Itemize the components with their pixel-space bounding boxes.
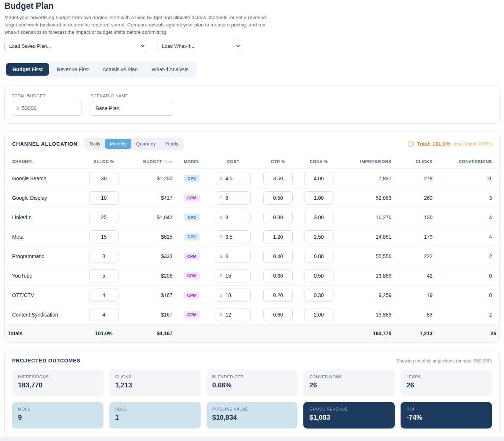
conv-input[interactable] <box>304 289 333 302</box>
cost-input[interactable] <box>225 234 246 240</box>
conv-input[interactable] <box>304 250 333 263</box>
conv-input[interactable] <box>304 172 333 185</box>
ctr-input[interactable] <box>263 230 293 243</box>
metric-label: PIPELINE VALUE <box>212 407 292 411</box>
conversions-value: 3 <box>435 188 499 208</box>
period-monthly[interactable]: Monthly <box>105 139 131 149</box>
alloc-input[interactable] <box>89 191 118 205</box>
metric-value: 9 <box>18 413 98 422</box>
conv-input[interactable] <box>304 269 333 282</box>
conv-input[interactable] <box>304 308 333 321</box>
totals-alloc: 101.0% <box>84 325 124 342</box>
alloc-input[interactable] <box>89 211 118 224</box>
load-what-if-select[interactable]: Load What-If... <box>157 40 241 52</box>
scenario-name-field: SCENARIO NAME <box>91 94 173 116</box>
metric-card-roi: ROI -74% <box>401 402 492 429</box>
clicks-value: 179 <box>394 227 435 247</box>
scenario-name-label: SCENARIO NAME <box>91 94 173 98</box>
channel-name: LinkedIn <box>5 208 84 227</box>
allocation-table-header-row: CHANNEL ALLOC % BUDGET / mo MODEL COST C… <box>5 155 499 169</box>
cost-input[interactable] <box>225 214 246 220</box>
metric-card-sqls: SQLS 1 <box>109 402 201 429</box>
conv-input[interactable] <box>304 230 333 243</box>
alloc-input[interactable] <box>89 308 118 321</box>
table-row: OTT/CTV $167 CPM $ 9,259 19 0 <box>5 286 499 305</box>
ctr-input[interactable] <box>263 172 293 185</box>
dollar-prefix: $ <box>220 215 222 220</box>
cost-input-wrap: $ <box>216 250 251 263</box>
channel-name: Google Search <box>5 169 84 188</box>
conversions-value: 0 <box>435 286 499 305</box>
metric-card-impressions: IMPRESSIONS 183,770 <box>12 370 103 396</box>
col-conv: CONV % <box>298 155 339 169</box>
cost-input[interactable] <box>225 292 246 298</box>
metric-label: BLENDED CTR <box>212 375 292 379</box>
model-badge: CPM <box>184 253 200 260</box>
table-row: Programmatic $333 CPM $ 55,556 222 2 <box>5 247 499 266</box>
metric-label: CLICKS <box>115 375 195 379</box>
budget-value: $333 <box>124 247 175 266</box>
total-budget-input-wrap: $ <box>12 101 81 116</box>
metric-label: GROSS REVENUE <box>309 407 389 411</box>
col-conversions: CONVERSIONS <box>435 155 499 169</box>
ctr-input[interactable] <box>263 289 293 302</box>
dollar-prefix: $ <box>220 196 222 200</box>
impressions-value: 16,276 <box>339 208 394 227</box>
metric-label: ROI <box>406 407 486 411</box>
clicks-value: 260 <box>394 188 435 208</box>
ctr-input[interactable] <box>263 191 293 205</box>
alloc-input[interactable] <box>89 172 118 185</box>
tab-budget-first[interactable]: Budget First <box>6 63 49 76</box>
channel-name: YouTube <box>5 266 84 286</box>
clicks-value: 42 <box>394 266 435 286</box>
ctr-input[interactable] <box>263 250 293 263</box>
col-cost: COST <box>208 155 258 169</box>
alloc-input[interactable] <box>89 250 118 263</box>
impressions-value: 9,259 <box>339 286 394 305</box>
metric-card-clicks: CLICKS 1,213 <box>109 370 201 396</box>
alloc-input[interactable] <box>89 289 118 302</box>
load-saved-plan-select[interactable]: Load Saved Plan... <box>4 40 146 52</box>
metric-card-gross-revenue: GROSS REVENUE $1,083 <box>303 402 395 429</box>
conv-input[interactable] <box>304 211 333 224</box>
cost-input[interactable] <box>225 195 246 201</box>
model-badge: CPC <box>184 175 200 182</box>
tab-actuals-vs-plan[interactable]: Actuals vs Plan <box>96 63 145 76</box>
col-alloc: ALLOC % <box>84 155 124 169</box>
table-row: Google Search $1,250 CPC $ 7,937 278 11 <box>5 169 499 188</box>
ctr-input[interactable] <box>263 308 293 321</box>
cost-input-wrap: $ <box>216 172 251 185</box>
clicks-value: 278 <box>394 169 435 188</box>
metric-value: 26 <box>309 381 389 389</box>
cost-input-wrap: $ <box>216 230 251 243</box>
total-budget-label: TOTAL BUDGET <box>12 94 81 98</box>
projection-note: Showing monthly projections (annual: $50… <box>396 358 492 364</box>
alloc-input[interactable] <box>89 269 118 282</box>
impressions-value: 52,083 <box>339 188 394 208</box>
cost-input[interactable] <box>225 273 246 279</box>
cost-input[interactable] <box>225 253 246 259</box>
col-budget: BUDGET / mo <box>124 155 175 169</box>
clicks-value: 83 <box>394 305 435 325</box>
tab-what-if-analysis[interactable]: What-If Analysis <box>145 63 195 76</box>
cost-input-wrap: $ <box>216 269 251 282</box>
conv-input[interactable] <box>304 191 333 205</box>
cost-input-wrap: $ <box>216 211 251 224</box>
scenario-name-input[interactable] <box>95 105 168 111</box>
tab-revenue-first[interactable]: Revenue First <box>50 63 95 76</box>
metric-card-pipeline-value: PIPELINE VALUE $10,834 <box>207 402 298 429</box>
cost-input[interactable] <box>225 176 246 181</box>
period-daily[interactable]: Daily <box>85 139 105 149</box>
dollar-prefix: $ <box>17 106 19 111</box>
period-yearly[interactable]: Yearly <box>160 139 183 149</box>
channel-allocation-header: CHANNEL ALLOCATION DailyMonthlyQuarterly… <box>5 132 499 155</box>
cost-input[interactable] <box>225 312 246 318</box>
ctr-input[interactable] <box>263 269 293 282</box>
metric-value: $1,083 <box>309 413 389 422</box>
ctr-input[interactable] <box>263 211 293 224</box>
period-quarterly[interactable]: Quarterly <box>131 139 160 149</box>
model-badge: CPM <box>184 311 200 318</box>
total-budget-input[interactable] <box>22 105 77 111</box>
alloc-input[interactable] <box>89 230 118 243</box>
scenario-name-input-wrap <box>91 101 173 116</box>
